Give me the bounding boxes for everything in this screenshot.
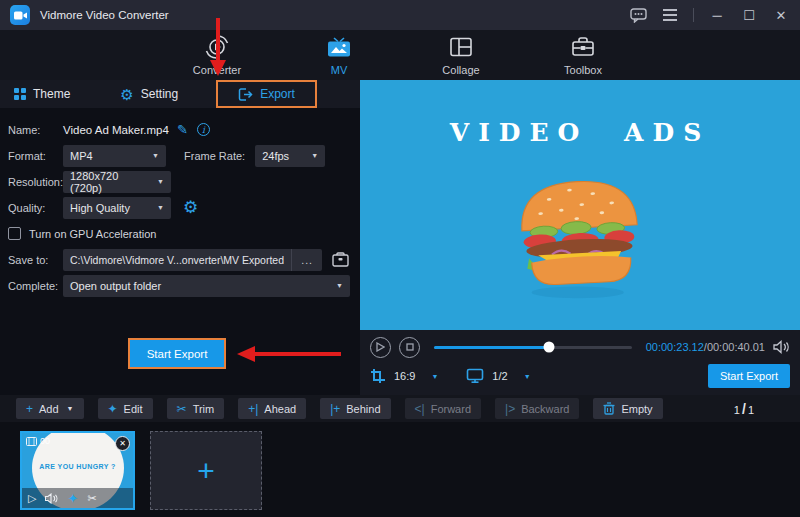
tab-collage-label: Collage <box>442 64 479 76</box>
complete-select[interactable]: Open output folder ▼ <box>63 275 350 297</box>
trim-button[interactable]: ✂ Trim <box>167 398 225 419</box>
chevron-down-icon[interactable]: ▼ <box>431 373 438 380</box>
edit-label: Edit <box>124 403 143 415</box>
tab-toolbox[interactable]: Toolbox <box>548 34 618 76</box>
backward-icon: |> <box>505 403 515 415</box>
chevron-down-icon: ▼ <box>147 204 164 211</box>
rename-pencil-icon[interactable]: ✎ <box>177 122 188 137</box>
clip-trim-scissors-icon[interactable]: ✂ <box>87 493 96 504</box>
tab-setting-label: Setting <box>141 87 178 101</box>
quality-row: Quality: High Quality ▼ ⚙ <box>8 196 352 219</box>
clip-toolbar: + Add ▼ ✦ Edit ✂ Trim +| Ahead |+ Behind… <box>0 395 800 422</box>
forward-label: Forward <box>431 403 471 415</box>
framerate-value: 24fps <box>262 150 289 162</box>
tab-export[interactable]: Export <box>216 80 317 108</box>
clip-close-icon[interactable]: ✕ <box>115 436 130 451</box>
complete-value: Open output folder <box>70 280 161 292</box>
close-button[interactable]: ✕ <box>772 6 790 24</box>
maximize-button[interactable]: ☐ <box>740 6 758 24</box>
feedback-icon[interactable] <box>629 6 647 24</box>
tab-theme-label: Theme <box>33 87 70 101</box>
play-icon <box>376 342 385 352</box>
edit-button[interactable]: ✦ Edit <box>98 398 153 419</box>
gpu-checkbox[interactable] <box>8 227 21 240</box>
folder-icon <box>332 252 349 267</box>
empty-button[interactable]: Empty <box>593 398 662 419</box>
behind-label: Behind <box>346 403 380 415</box>
tab-mv-label: MV <box>331 64 348 76</box>
info-icon[interactable]: i <box>197 123 210 136</box>
aspect-ratio-icon[interactable] <box>370 368 386 384</box>
quality-select[interactable]: High Quality ▼ <box>63 197 171 219</box>
trim-label: Trim <box>193 403 215 415</box>
app-logo-icon <box>10 5 30 25</box>
video-headline: VIDEO ADS <box>360 118 800 147</box>
start-export-button[interactable]: Start Export <box>130 340 224 367</box>
app-title: Vidmore Video Converter <box>40 9 169 21</box>
aspect-ratio-value: 16:9 <box>394 370 415 382</box>
chevron-down-icon: ▼ <box>301 152 318 159</box>
add-clip-slot[interactable]: + <box>150 431 262 510</box>
ahead-button[interactable]: +| Ahead <box>238 398 306 419</box>
start-export-button-preview[interactable]: Start Export <box>708 364 790 388</box>
resolution-label: Resolution: <box>8 176 63 188</box>
play-button[interactable] <box>370 337 391 358</box>
screen-icon[interactable] <box>466 368 484 384</box>
stop-icon <box>406 343 414 351</box>
menu-icon[interactable] <box>661 6 679 24</box>
current-time: 00:00:23.12 <box>646 341 704 353</box>
saveto-field[interactable]: C:\Vidmore\Vidmore V...onverter\MV Expor… <box>63 249 322 271</box>
chevron-down-icon[interactable]: ▼ <box>524 373 531 380</box>
add-button[interactable]: + Add ▼ <box>16 398 84 419</box>
gpu-label: Turn on GPU Acceleration <box>29 228 156 240</box>
minimize-button[interactable]: ─ <box>708 6 726 24</box>
browse-button[interactable]: ... <box>291 249 322 271</box>
complete-row: Complete: Open output folder ▼ <box>8 274 352 297</box>
framerate-select[interactable]: 24fps ▼ <box>255 145 325 167</box>
collage-icon <box>448 34 474 60</box>
clip-play-icon[interactable]: ▷ <box>28 493 36 504</box>
main-content: Theme ⚙ Setting Export Name: <box>0 80 800 395</box>
quality-label: Quality: <box>8 202 63 214</box>
time-display: 00:00:23.12/00:00:40.01 <box>646 341 765 353</box>
trash-icon <box>603 402 615 415</box>
preview-options: 16:9 ▼ 1/2 ▼ Start Export <box>360 358 800 394</box>
seek-slider[interactable] <box>434 346 632 349</box>
open-folder-button[interactable] <box>328 249 352 271</box>
scissors-icon: ✂ <box>177 403 187 415</box>
add-clip-plus-icon: + <box>197 456 215 486</box>
resolution-select[interactable]: 1280x720 (720p) ▼ <box>63 171 171 193</box>
seek-knob[interactable] <box>543 342 554 353</box>
edit-star-icon: ✦ <box>108 403 118 415</box>
export-settings-panel: Theme ⚙ Setting Export Name: <box>0 80 360 395</box>
name-label: Name: <box>8 124 63 136</box>
ahead-icon: +| <box>248 403 258 415</box>
titlebar-controls: ─ ☐ ✕ <box>629 6 790 24</box>
tab-setting[interactable]: ⚙ Setting <box>106 80 192 108</box>
clip-action-bar: ▷ ✦ ✂ <box>22 488 133 508</box>
quality-gear-icon[interactable]: ⚙ <box>183 199 198 216</box>
tab-converter[interactable]: Converter <box>182 34 252 76</box>
tab-theme[interactable]: Theme <box>0 80 84 108</box>
stop-button[interactable] <box>399 337 420 358</box>
clip-meta: 00 <box>26 436 50 446</box>
tab-mv[interactable]: MV <box>304 34 374 76</box>
forward-button[interactable]: <| Forward <box>405 398 481 419</box>
main-nav: Converter MV Collage <box>0 30 800 80</box>
saveto-row: Save to: C:\Vidmore\Vidmore V...onverter… <box>8 248 352 271</box>
behind-button[interactable]: |+ Behind <box>320 398 390 419</box>
volume-icon[interactable] <box>773 340 790 354</box>
seek-progress <box>434 346 549 349</box>
clip-volume-icon[interactable] <box>45 493 58 504</box>
format-select[interactable]: MP4 ▼ <box>63 145 166 167</box>
chevron-down-icon: ▼ <box>67 405 74 412</box>
counter-total: 1 <box>748 404 754 416</box>
clip-thumbnail[interactable]: ARE YOU HUNGRY ? 00 ✕ ▷ ✦ ✂ <box>20 431 135 510</box>
backward-button[interactable]: |> Backward <box>495 398 579 419</box>
clip-edit-star-icon[interactable]: ✦ <box>67 492 78 505</box>
tab-toolbox-label: Toolbox <box>564 64 602 76</box>
backward-label: Backward <box>521 403 569 415</box>
chevron-down-icon: ▼ <box>147 178 164 185</box>
tab-collage[interactable]: Collage <box>426 34 496 76</box>
clip-caption: ARE YOU HUNGRY ? <box>22 463 133 470</box>
